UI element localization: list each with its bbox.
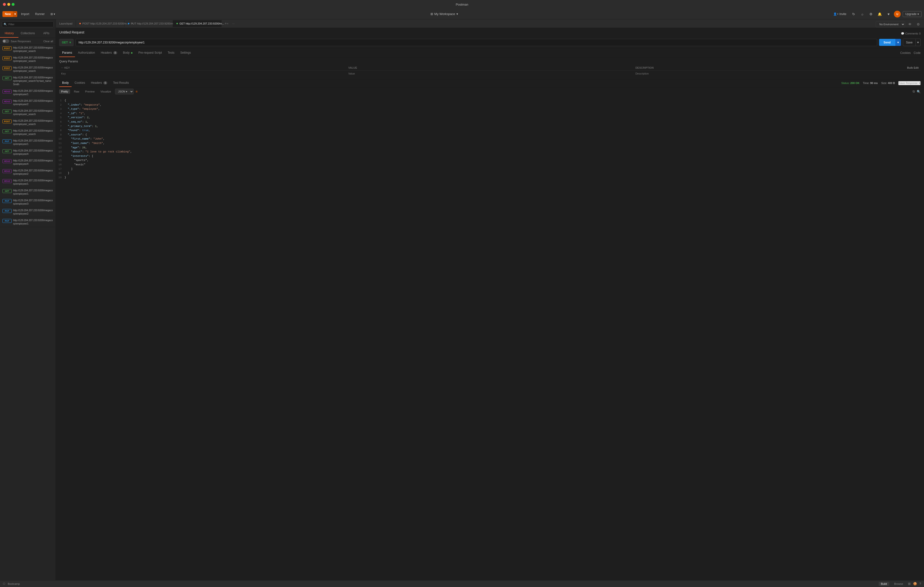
workspace-chevron: ▾ — [456, 12, 458, 16]
response-tab-body[interactable]: Body — [59, 79, 72, 87]
raw-btn[interactable]: Raw — [72, 89, 81, 94]
new-dropdown-arrow[interactable]: ▾ — [13, 11, 17, 17]
value-input[interactable] — [348, 72, 631, 75]
comments-button[interactable]: 💬 Comments 0 — [901, 32, 921, 35]
description-input[interactable] — [635, 72, 919, 75]
launchpad-tab[interactable]: Launchpad — [56, 20, 76, 27]
tab-more-button[interactable]: ··· — [230, 20, 237, 27]
list-item[interactable]: PUT http://129.204.207.233:9200/megacorp… — [0, 197, 56, 207]
list-item[interactable]: PUT http://129.204.207.233:9200/megacorp… — [0, 207, 56, 217]
list-item[interactable]: PUT http://129.204.207.233:9200/megacorp… — [0, 138, 56, 147]
list-item[interactable]: GET http://129.204.207.233:9200/megacorp… — [0, 187, 56, 197]
list-item[interactable]: POST http://129.204.207.233:9200/megacor… — [0, 55, 56, 64]
response-tab-cookies[interactable]: Cookies — [72, 79, 88, 87]
format-selector[interactable]: JSON ▾ — [115, 89, 134, 94]
tab-settings[interactable]: Settings — [177, 49, 194, 57]
list-item[interactable]: HEAD http://129.204.207.233:9200/megacor… — [0, 98, 56, 108]
line-number: 18 — [56, 171, 64, 175]
environment-selector[interactable]: No Environment — [876, 21, 905, 27]
sidebar-tab-apis[interactable]: APIs — [37, 30, 56, 38]
environment-settings-icon[interactable]: ⚙ — [915, 21, 922, 28]
settings-icon[interactable]: ⚙ — [868, 11, 874, 18]
method-badge: PUT — [2, 199, 12, 203]
send-button[interactable]: Send — [879, 39, 895, 46]
search-response-button[interactable]: 🔍 — [917, 89, 921, 93]
list-item[interactable]: HEAD http://129.204.207.233:9200/megacor… — [0, 177, 56, 187]
layout-split-icon[interactable]: ⊞ — [908, 582, 911, 585]
format-icon-btn[interactable]: ≡ — [135, 89, 138, 93]
browse-button[interactable]: Browse — [892, 582, 906, 586]
workspace-label: My Workspace — [434, 12, 455, 16]
line-number: 15 — [56, 158, 64, 163]
bootcamp-label[interactable]: Bootcamp — [8, 582, 20, 585]
window-title: Postman — [456, 3, 468, 6]
list-item[interactable]: HEAD http://129.204.207.233:9200/megacor… — [0, 88, 56, 98]
maximize-button[interactable] — [12, 3, 15, 6]
list-item[interactable]: GET http://129.204.207.233:9200/megacorp… — [0, 74, 56, 88]
method-selector[interactable]: GET ▾ — [59, 39, 74, 46]
key-input[interactable] — [61, 72, 344, 75]
user-avatar[interactable]: U — [894, 11, 901, 18]
save-dropdown[interactable]: ▾ — [916, 39, 921, 46]
save-response-button[interactable]: Save Response ▾ — [898, 81, 921, 85]
workspace-button[interactable]: ⊞ My Workspace ▾ — [431, 12, 458, 16]
bootcamp-icon[interactable]: ⬡ — [3, 582, 5, 585]
tab-headers[interactable]: Headers 8 — [98, 49, 120, 57]
search-icon[interactable]: ⌕ — [859, 11, 866, 18]
add-tab-button[interactable]: + — [221, 20, 229, 28]
value-header: VALUE — [346, 65, 633, 71]
list-item[interactable]: PUT http://129.204.207.233:9200/megacorp… — [0, 217, 56, 227]
minimize-button[interactable] — [7, 3, 10, 6]
invite-button[interactable]: 👤+ Invite — [831, 12, 848, 17]
tab-post-request[interactable]: POST http://129.204.207.233:9200/m... ✕ — [76, 20, 124, 27]
runner-button[interactable]: Runner — [33, 12, 46, 17]
preview-btn[interactable]: Preview — [83, 89, 97, 94]
tab-get-request[interactable]: GET http://129.204.207.233:9200/m... ✕ — [173, 20, 221, 27]
tab-params[interactable]: Params — [59, 49, 75, 57]
save-button[interactable]: Save — [903, 39, 916, 46]
tab-pre-request[interactable]: Pre-request Script — [135, 49, 165, 57]
bulk-edit-button[interactable]: Bulk Edit — [907, 66, 919, 69]
code-link[interactable]: Code — [914, 51, 921, 55]
url-input[interactable] — [76, 39, 878, 46]
sync-icon[interactable]: ↻ — [850, 11, 857, 18]
cookies-link[interactable]: Cookies — [900, 51, 911, 55]
list-item[interactable]: POST http://129.204.207.233:9200/megacor… — [0, 45, 56, 55]
environment-eye-icon[interactable]: 👁 — [906, 21, 913, 28]
list-item[interactable]: GET http://129.204.207.233:9200/megacorp… — [0, 108, 56, 118]
response-tab-test-results[interactable]: Test Results — [110, 79, 132, 87]
list-item[interactable]: HEAD http://129.204.207.233:9200/megacor… — [0, 167, 56, 177]
new-button[interactable]: New ▾ — [2, 11, 17, 17]
clear-all-button[interactable]: Clear all — [43, 40, 53, 43]
sidebar-tab-history[interactable]: History — [0, 30, 18, 38]
list-item[interactable]: HEAD http://129.204.207.233:9200/megacor… — [0, 157, 56, 167]
list-item[interactable]: POST http://129.204.207.233:9200/megacor… — [0, 118, 56, 128]
response-tab-headers[interactable]: Headers 6 — [88, 79, 110, 87]
request-title: Untitled Request — [59, 30, 84, 34]
line-number: 17 — [56, 167, 64, 171]
help-icon[interactable]: ? — [919, 582, 921, 585]
list-item[interactable]: POST http://129.204.207.233:9200/megacor… — [0, 64, 56, 74]
tab-put-request[interactable]: PUT http://129.204.207.233:9200/m... ✕ — [124, 20, 173, 27]
pretty-btn[interactable]: Pretty — [59, 89, 70, 94]
tab-body[interactable]: Body — [120, 49, 135, 57]
visualize-btn[interactable]: Visualize — [99, 89, 113, 94]
upgrade-button[interactable]: Upgrade ▾ — [903, 11, 922, 17]
send-dropdown[interactable]: ▾ — [895, 39, 901, 46]
import-button[interactable]: Import — [19, 12, 31, 17]
method-badge: HEAD — [2, 89, 12, 93]
cookie-icon[interactable]: 🍪 — [913, 582, 917, 585]
heart-icon[interactable]: ♥ — [885, 11, 892, 18]
build-button[interactable]: Build — [879, 582, 889, 586]
layout-button[interactable]: ⊞ ▾ — [48, 12, 57, 17]
tab-authorization[interactable]: Authorization — [75, 49, 98, 57]
tab-tests[interactable]: Tests — [165, 49, 177, 57]
save-responses-toggle[interactable] — [2, 39, 9, 43]
close-button[interactable] — [3, 3, 6, 6]
copy-button[interactable]: ⧉ — [912, 89, 915, 93]
notification-icon[interactable]: 🔔 — [876, 11, 883, 18]
sidebar-search-input[interactable] — [2, 21, 54, 27]
list-item[interactable]: GET http://129.204.207.233:9200/megacorp… — [0, 147, 56, 157]
list-item[interactable]: GET http://129.204.207.233:9200/megacorp… — [0, 128, 56, 138]
sidebar-tab-collections[interactable]: Collections — [18, 30, 37, 38]
